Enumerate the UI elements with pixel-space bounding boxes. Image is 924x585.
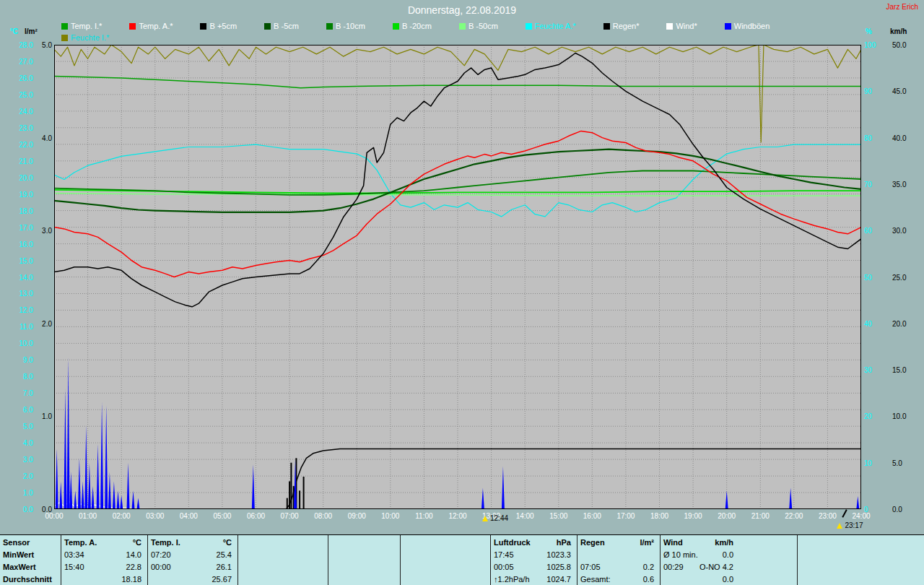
gust-spike (113, 481, 116, 509)
axis-tick: 07:00 (277, 512, 302, 520)
footer-cell-temp-i: Temp. I.°C (148, 537, 237, 549)
axis-tick: 15.0 (892, 366, 906, 374)
footer-col: Temp. A.°C03:3414.015:4022.818.18 (61, 535, 148, 585)
legend-item-temp-a: Temp. A.* (129, 22, 173, 30)
legend-label: B -10cm (336, 22, 365, 30)
footer-col: SensorMinWertMaxWertDurchschnitt (0, 535, 61, 585)
marker-label: 23:17 (845, 521, 863, 529)
axis-tick: 18:00 (648, 512, 672, 520)
footer-cell-value: °C (223, 537, 232, 549)
axis-tick: 02:00 (109, 512, 134, 520)
weather-station-dashboard: Donnerstag, 22.08.2019 Jarz Erich °C l/m… (0, 0, 924, 585)
b-minus10-swatch-icon (326, 23, 333, 30)
footer-cell-temp-a: 03:3414.0 (61, 549, 147, 561)
axis-tick: 90 (864, 87, 872, 95)
gust-spike (120, 495, 123, 509)
footer-cell-value: l/m² (640, 537, 654, 549)
footer-cell-left: 00:00 (151, 561, 171, 573)
legend-item-wind: Wind* (666, 22, 697, 30)
footer-cell-value: 0.2 (643, 561, 654, 573)
legend-item-b-minus5: B -5cm (264, 22, 299, 30)
axis-tick: 13.0 (1, 290, 33, 298)
gust-spike (88, 463, 91, 509)
footer-cell-value: 18.18 (121, 573, 141, 585)
axis-tick: 22:00 (782, 512, 806, 520)
marker-icon (837, 523, 842, 529)
footer-cell-value: 0.0 (723, 573, 733, 585)
legend-label: B +5cm (209, 22, 237, 30)
footer-cell-temp-a: Temp. A.°C (61, 537, 147, 549)
axis-tick: 12.0 (1, 306, 33, 314)
gust-spike (725, 490, 728, 509)
footer-cell-wind: 0.0 (661, 573, 797, 585)
gust-spike (74, 490, 77, 509)
footer-cell-value: 0.6 (643, 573, 654, 585)
feuchte-a-swatch-icon (526, 23, 532, 30)
footer-col: LuftdruckhPa17:451023.300:051025.8↑1.2hP… (491, 535, 578, 585)
rain-bar (299, 490, 300, 509)
footer-cell-value: 25.67 (212, 573, 232, 585)
series-wind (54, 502, 861, 509)
gust-spike (108, 472, 111, 509)
footer-cell-value: 26.1 (217, 561, 232, 573)
gust-spike (67, 358, 70, 509)
b-minus50-swatch-icon (459, 23, 466, 30)
axis-tick: 22.0 (1, 141, 33, 149)
footer-cell-left: 07:20 (151, 549, 171, 561)
axis-tick: 08:00 (311, 512, 336, 520)
axis-tick: 50 (864, 274, 872, 282)
axis-unit-kmh: km/h (890, 27, 907, 35)
footer-cell-left: ↑1.2hPa/h (494, 573, 530, 585)
time-marker: 23:17 (837, 521, 863, 529)
series-b-plus5 (54, 53, 861, 307)
axis-tick: 30.0 (892, 227, 906, 235)
axis-tick: 10.0 (892, 412, 906, 420)
axis-tick: 10:00 (378, 512, 403, 520)
chart-canvas (54, 45, 861, 509)
axis-tick: 19.0 (1, 191, 33, 199)
axis-tick: 40 (864, 320, 872, 328)
gust-spike (856, 496, 859, 509)
footer-cell-left: Regen (580, 537, 605, 549)
axis-tick: 19:00 (681, 512, 705, 520)
axis-tick: 3.0 (36, 227, 52, 235)
axis-tick: 15:00 (546, 512, 571, 520)
footer-row-label: Durchschnitt (0, 573, 61, 585)
axis-tick: 60 (864, 227, 872, 235)
axis-tick: 26.0 (1, 74, 33, 82)
axis-tick: 50.0 (892, 41, 906, 49)
axis-tick: 12:00 (445, 512, 470, 520)
legend-label: Temp. A.* (139, 22, 173, 30)
footer-col (328, 535, 401, 585)
legend-item-feuchte-a: Feuchte A.* (526, 22, 576, 30)
axis-tick: 2.0 (36, 320, 52, 328)
temp-i-swatch-icon (61, 23, 68, 30)
footer-cell-value: 25.4 (217, 549, 232, 561)
axis-tick: 15.0 (1, 257, 33, 265)
windboeen-swatch-icon (725, 23, 731, 30)
footer-cell-luftdruck: 17:451023.3 (491, 549, 577, 561)
axis-tick: 23.0 (1, 124, 33, 132)
b-plus5-swatch-icon (200, 23, 206, 30)
b-minus20-swatch-icon (393, 23, 399, 30)
wind-swatch-icon (666, 23, 673, 30)
axis-tick: 6.0 (1, 406, 33, 414)
gust-spike (105, 405, 108, 509)
axis-tick: 24:00 (849, 512, 873, 520)
axis-tick: 2.0 (1, 472, 33, 480)
marker-icon (482, 516, 488, 521)
footer-cell-value: 1023.3 (546, 549, 571, 561)
gust-spike (92, 486, 95, 509)
axis-tick: 20 (864, 412, 872, 420)
footer-cell-left: Wind (663, 537, 683, 549)
rain-bar (290, 463, 292, 509)
station-credit: Jarz Erich (886, 3, 918, 11)
axis-tick: 11.0 (1, 323, 33, 331)
axis-tick: 9.0 (1, 356, 33, 364)
footer-col (798, 535, 924, 585)
axis-tick: 25.0 (892, 274, 906, 282)
axis-tick: 28.0 (1, 41, 33, 49)
gust-spike (59, 481, 62, 509)
axis-tick: 5.0 (1, 422, 33, 430)
footer-cell-left: Luftdruck (494, 537, 531, 549)
